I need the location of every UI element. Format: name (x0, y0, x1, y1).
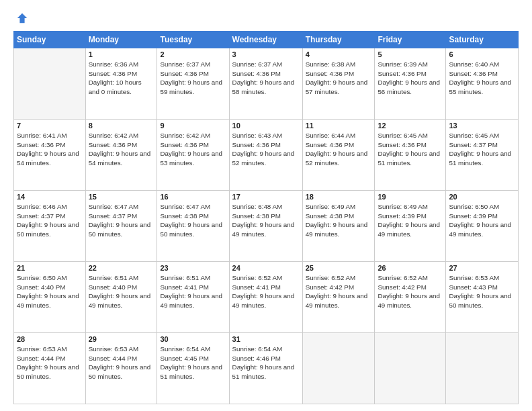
calendar-cell: 2Sunrise: 6:37 AM Sunset: 4:36 PM Daylig… (157, 48, 229, 120)
calendar-cell (14, 48, 86, 120)
calendar-cell: 13Sunrise: 6:45 AM Sunset: 4:37 PM Dayli… (446, 120, 519, 191)
calendar-cell: 5Sunrise: 6:39 AM Sunset: 4:36 PM Daylig… (375, 48, 446, 120)
cell-info: Sunrise: 6:54 AM Sunset: 4:46 PM Dayligh… (232, 345, 300, 381)
calendar-cell: 10Sunrise: 6:43 AM Sunset: 4:36 PM Dayli… (229, 120, 302, 191)
cell-info: Sunrise: 6:52 AM Sunset: 4:42 PM Dayligh… (378, 273, 443, 310)
calendar-cell: 26Sunrise: 6:52 AM Sunset: 4:42 PM Dayli… (375, 262, 446, 333)
cell-info: Sunrise: 6:45 AM Sunset: 4:36 PM Dayligh… (378, 131, 443, 168)
calendar-cell: 16Sunrise: 6:47 AM Sunset: 4:38 PM Dayli… (157, 191, 229, 262)
cell-info: Sunrise: 6:50 AM Sunset: 4:40 PM Dayligh… (17, 273, 83, 310)
cell-info: Sunrise: 6:36 AM Sunset: 4:36 PM Dayligh… (89, 60, 154, 97)
cell-info: Sunrise: 6:49 AM Sunset: 4:38 PM Dayligh… (306, 202, 372, 239)
logo-icon (16, 12, 28, 24)
calendar-cell (302, 333, 375, 404)
cell-info: Sunrise: 6:46 AM Sunset: 4:37 PM Dayligh… (17, 202, 83, 239)
cell-info: Sunrise: 6:42 AM Sunset: 4:36 PM Dayligh… (160, 131, 226, 168)
day-number: 20 (449, 193, 515, 201)
day-number: 4 (306, 50, 372, 58)
cell-info: Sunrise: 6:51 AM Sunset: 4:40 PM Dayligh… (89, 273, 154, 310)
calendar-table: SundayMondayTuesdayWednesdayThursdayFrid… (13, 31, 519, 404)
calendar-cell: 19Sunrise: 6:49 AM Sunset: 4:39 PM Dayli… (375, 191, 446, 262)
cell-info: Sunrise: 6:53 AM Sunset: 4:43 PM Dayligh… (449, 273, 515, 310)
day-number: 22 (89, 264, 154, 272)
calendar-cell: 9Sunrise: 6:42 AM Sunset: 4:36 PM Daylig… (157, 120, 229, 191)
cell-info: Sunrise: 6:52 AM Sunset: 4:41 PM Dayligh… (232, 273, 300, 310)
calendar-cell: 29Sunrise: 6:53 AM Sunset: 4:44 PM Dayli… (85, 333, 157, 404)
day-number: 5 (378, 50, 443, 58)
day-number: 25 (306, 264, 372, 272)
cell-info: Sunrise: 6:40 AM Sunset: 4:36 PM Dayligh… (449, 60, 515, 97)
day-number: 31 (232, 335, 300, 343)
day-number: 6 (449, 50, 515, 58)
day-number: 28 (17, 335, 83, 343)
cell-info: Sunrise: 6:53 AM Sunset: 4:44 PM Dayligh… (89, 345, 154, 381)
week-row-4: 21Sunrise: 6:50 AM Sunset: 4:40 PM Dayli… (14, 262, 519, 333)
week-row-2: 7Sunrise: 6:41 AM Sunset: 4:36 PM Daylig… (14, 120, 519, 191)
calendar-cell: 21Sunrise: 6:50 AM Sunset: 4:40 PM Dayli… (14, 262, 86, 333)
calendar-cell: 22Sunrise: 6:51 AM Sunset: 4:40 PM Dayli… (85, 262, 157, 333)
calendar-cell (375, 333, 446, 404)
cell-info: Sunrise: 6:50 AM Sunset: 4:39 PM Dayligh… (449, 202, 515, 239)
cell-info: Sunrise: 6:37 AM Sunset: 4:36 PM Dayligh… (160, 60, 226, 97)
calendar-cell: 3Sunrise: 6:37 AM Sunset: 4:36 PM Daylig… (229, 48, 302, 120)
calendar-cell: 24Sunrise: 6:52 AM Sunset: 4:41 PM Dayli… (229, 262, 302, 333)
cell-info: Sunrise: 6:39 AM Sunset: 4:36 PM Dayligh… (378, 60, 443, 97)
day-number: 2 (160, 50, 226, 58)
calendar-cell (446, 333, 519, 404)
logo (13, 12, 28, 24)
day-number: 26 (378, 264, 443, 272)
cell-info: Sunrise: 6:47 AM Sunset: 4:37 PM Dayligh… (89, 202, 154, 239)
calendar-cell: 4Sunrise: 6:38 AM Sunset: 4:36 PM Daylig… (302, 48, 375, 120)
day-number: 11 (306, 122, 372, 130)
calendar-cell: 1Sunrise: 6:36 AM Sunset: 4:36 PM Daylig… (85, 48, 157, 120)
calendar-cell: 28Sunrise: 6:53 AM Sunset: 4:44 PM Dayli… (14, 333, 86, 404)
cell-info: Sunrise: 6:54 AM Sunset: 4:45 PM Dayligh… (160, 345, 226, 381)
cell-info: Sunrise: 6:53 AM Sunset: 4:44 PM Dayligh… (17, 345, 83, 381)
week-row-5: 28Sunrise: 6:53 AM Sunset: 4:44 PM Dayli… (14, 333, 519, 404)
day-number: 3 (232, 50, 300, 58)
calendar-cell: 20Sunrise: 6:50 AM Sunset: 4:39 PM Dayli… (446, 191, 519, 262)
cell-info: Sunrise: 6:49 AM Sunset: 4:39 PM Dayligh… (378, 202, 443, 239)
weekday-header-saturday: Saturday (446, 32, 519, 48)
weekday-header-tuesday: Tuesday (157, 32, 229, 48)
cell-info: Sunrise: 6:45 AM Sunset: 4:37 PM Dayligh… (449, 131, 515, 168)
day-number: 19 (378, 193, 443, 201)
day-number: 16 (160, 193, 226, 201)
weekday-header-monday: Monday (85, 32, 157, 48)
cell-info: Sunrise: 6:47 AM Sunset: 4:38 PM Dayligh… (160, 202, 226, 239)
day-number: 15 (89, 193, 154, 201)
header (13, 12, 519, 24)
weekday-header-sunday: Sunday (14, 32, 86, 48)
weekday-header-row: SundayMondayTuesdayWednesdayThursdayFrid… (14, 32, 519, 48)
cell-info: Sunrise: 6:52 AM Sunset: 4:42 PM Dayligh… (306, 273, 372, 310)
calendar-cell: 18Sunrise: 6:49 AM Sunset: 4:38 PM Dayli… (302, 191, 375, 262)
calendar-cell: 6Sunrise: 6:40 AM Sunset: 4:36 PM Daylig… (446, 48, 519, 120)
day-number: 23 (160, 264, 226, 272)
day-number: 18 (306, 193, 372, 201)
day-number: 10 (232, 122, 300, 130)
calendar-cell: 31Sunrise: 6:54 AM Sunset: 4:46 PM Dayli… (229, 333, 302, 404)
day-number: 13 (449, 122, 515, 130)
cell-info: Sunrise: 6:48 AM Sunset: 4:38 PM Dayligh… (232, 202, 300, 239)
calendar-cell: 14Sunrise: 6:46 AM Sunset: 4:37 PM Dayli… (14, 191, 86, 262)
calendar-cell: 25Sunrise: 6:52 AM Sunset: 4:42 PM Dayli… (302, 262, 375, 333)
calendar-cell: 27Sunrise: 6:53 AM Sunset: 4:43 PM Dayli… (446, 262, 519, 333)
cell-info: Sunrise: 6:42 AM Sunset: 4:36 PM Dayligh… (89, 131, 154, 168)
day-number: 7 (17, 122, 83, 130)
calendar-cell: 17Sunrise: 6:48 AM Sunset: 4:38 PM Dayli… (229, 191, 302, 262)
day-number: 29 (89, 335, 154, 343)
cell-info: Sunrise: 6:44 AM Sunset: 4:36 PM Dayligh… (306, 131, 372, 168)
weekday-header-wednesday: Wednesday (229, 32, 302, 48)
page: SundayMondayTuesdayWednesdayThursdayFrid… (0, 0, 532, 411)
day-number: 24 (232, 264, 300, 272)
cell-info: Sunrise: 6:38 AM Sunset: 4:36 PM Dayligh… (306, 60, 372, 97)
cell-info: Sunrise: 6:41 AM Sunset: 4:36 PM Dayligh… (17, 131, 83, 168)
day-number: 8 (89, 122, 154, 130)
day-number: 1 (89, 50, 154, 58)
day-number: 17 (232, 193, 300, 201)
day-number: 9 (160, 122, 226, 130)
day-number: 27 (449, 264, 515, 272)
calendar-cell: 30Sunrise: 6:54 AM Sunset: 4:45 PM Dayli… (157, 333, 229, 404)
cell-info: Sunrise: 6:51 AM Sunset: 4:41 PM Dayligh… (160, 273, 226, 310)
day-number: 30 (160, 335, 226, 343)
